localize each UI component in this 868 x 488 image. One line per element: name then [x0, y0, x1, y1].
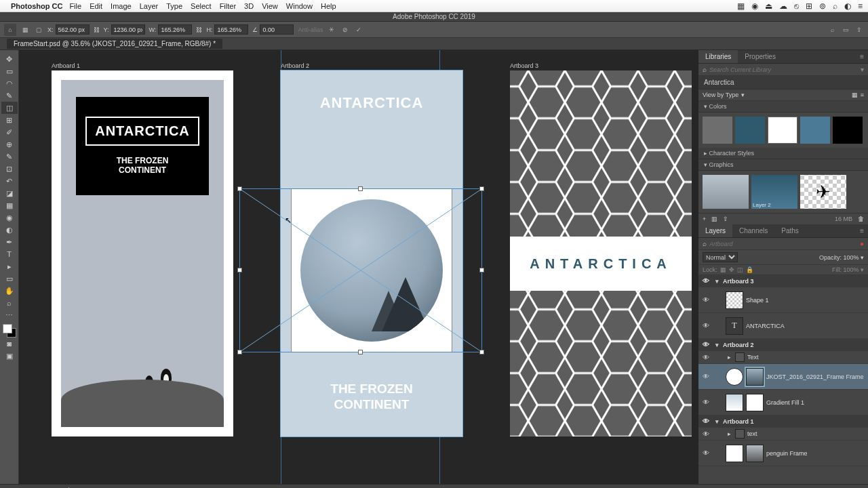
layer-name[interactable]: ANTARCTICA — [746, 323, 785, 329]
tab-paths[interactable]: Paths — [774, 224, 806, 237]
artboard-tool-icon[interactable]: ▭ — [1, 65, 18, 77]
upload-icon[interactable]: ⇪ — [723, 216, 728, 222]
layer-name[interactable]: penguin Frame — [766, 450, 808, 457]
visibility-icon[interactable]: 👁 — [701, 373, 711, 380]
artboard-label[interactable]: Artboard 2 — [281, 62, 309, 69]
screenmode-icon[interactable]: ▣ — [1, 350, 18, 362]
layer-name[interactable]: Artboard 3 — [723, 278, 754, 285]
graphic-thumb[interactable] — [703, 175, 749, 209]
folder-icon[interactable] — [735, 352, 745, 362]
visibility-icon[interactable]: 👁 — [701, 399, 711, 406]
status-icon[interactable]: ◉ — [751, 1, 758, 11]
canvas[interactable]: Artboard 1 ANTARCTICA THE FROZEN CONTINE… — [19, 50, 698, 484]
opacity-value[interactable]: 100% — [843, 254, 859, 261]
library-search-input[interactable] — [709, 66, 861, 73]
blur-tool-icon[interactable]: ◉ — [1, 211, 18, 224]
artboard-label[interactable]: Artboard 3 — [510, 62, 538, 69]
tab-layers[interactable]: Layers — [698, 224, 732, 237]
type-tool-icon[interactable]: T — [1, 248, 18, 260]
folder-icon[interactable] — [735, 429, 745, 439]
edit-toolbar-icon[interactable]: ⋯ — [1, 309, 18, 321]
tab-libraries[interactable]: Libraries — [698, 50, 738, 63]
tab-properties[interactable]: Properties — [738, 50, 783, 63]
mask-thumb[interactable] — [746, 394, 764, 411]
visibility-icon[interactable]: 👁 — [701, 430, 711, 438]
menu-3d[interactable]: 3D — [244, 2, 254, 10]
cancel-transform-icon[interactable]: ⊘ — [340, 25, 350, 35]
angle-input[interactable] — [260, 24, 294, 35]
layer-name[interactable]: JKOST_2016_02921_Frame Frame — [766, 373, 864, 380]
app-name[interactable]: Photoshop CC — [11, 2, 62, 10]
menu-filter[interactable]: Filter — [220, 2, 236, 10]
color-swatch[interactable] — [833, 117, 863, 144]
panel-menu-icon[interactable]: ≡ — [856, 224, 868, 237]
warp-icon[interactable]: ⚹ — [327, 25, 336, 35]
artboard-label[interactable]: Artboard 1 — [52, 62, 80, 69]
share-icon[interactable]: ⇪ — [854, 25, 864, 35]
home-button[interactable]: ⌂ — [4, 24, 16, 36]
siri-icon[interactable]: ◐ — [844, 1, 851, 11]
artboard-3[interactable]: ANTARCTICA — [510, 70, 692, 436]
w-input[interactable] — [158, 24, 192, 35]
shape-tool-icon[interactable]: ▭ — [1, 272, 18, 285]
zoom-tool-icon[interactable]: ⌕ — [1, 297, 18, 309]
dodge-tool-icon[interactable]: ◐ — [1, 224, 18, 236]
lasso-tool-icon[interactable]: ◠ — [1, 77, 18, 89]
section-graphics[interactable]: ▾ Graphics — [698, 159, 868, 171]
add-icon[interactable]: + — [703, 216, 706, 222]
layer-thumb[interactable] — [726, 394, 743, 411]
filter-toggle-icon[interactable]: ● — [860, 240, 864, 247]
collapse-icon[interactable]: ▾ — [713, 342, 720, 348]
view-by-label[interactable]: View by Type — [703, 92, 738, 98]
collapse-icon[interactable]: ▾ — [713, 278, 720, 285]
ab2-frame[interactable] — [292, 189, 452, 352]
visibility-icon[interactable]: 👁 — [701, 322, 711, 329]
collapse-icon[interactable]: ▸ — [726, 430, 732, 437]
visibility-icon[interactable]: 👁 — [701, 354, 711, 361]
quick-select-tool-icon[interactable]: ✎ — [1, 89, 18, 102]
menu-type[interactable]: Type — [166, 2, 182, 10]
workspace-icon[interactable]: ▭ — [841, 25, 850, 35]
visibility-icon[interactable]: 👁 — [701, 341, 711, 348]
library-name[interactable]: Antarctica — [698, 76, 868, 89]
panel-menu-icon[interactable]: ≡ — [856, 50, 868, 63]
stamp-tool-icon[interactable]: ⊡ — [1, 163, 18, 175]
tab-channels[interactable]: Channels — [732, 224, 774, 237]
list-view-icon[interactable]: ≡ — [861, 92, 864, 98]
chevron-down-icon[interactable]: ▾ — [741, 92, 745, 98]
x-input[interactable] — [56, 24, 90, 35]
color-swatch[interactable] — [800, 117, 830, 144]
text-layer-icon[interactable]: T — [726, 317, 743, 335]
collapse-icon[interactable]: ▾ — [713, 418, 720, 425]
layers-list[interactable]: 👁▾Artboard 3 👁Shape 1 👁TANTARCTICA 👁▾Art… — [698, 275, 868, 484]
filter-icon[interactable]: ⌕ — [703, 240, 707, 247]
graphic-thumb[interactable]: ✈ — [800, 175, 846, 209]
lock-pixels-icon[interactable]: ▦ — [720, 266, 726, 273]
layer-name[interactable]: Text — [747, 354, 759, 361]
artboard-1[interactable]: ANTARCTICA THE FROZEN CONTINENT — [52, 70, 233, 436]
dropdown-icon[interactable]: ▾ — [861, 66, 864, 73]
layer-thumb[interactable] — [726, 291, 743, 309]
grid-view-icon[interactable]: ▦ — [852, 92, 858, 98]
eraser-tool-icon[interactable]: ◪ — [1, 187, 18, 199]
healing-tool-icon[interactable]: ⊕ — [1, 138, 18, 150]
notifications-icon[interactable]: ≡ — [858, 1, 863, 11]
layer-filter-input[interactable] — [709, 241, 860, 247]
layer-name[interactable]: Gradient Fill 1 — [766, 399, 804, 406]
collapse-icon[interactable]: ▸ — [726, 354, 732, 361]
status-icon[interactable]: ⊞ — [806, 1, 812, 11]
mask-thumb[interactable] — [726, 445, 743, 462]
layer-name[interactable]: Artboard 2 — [723, 342, 754, 348]
menu-view[interactable]: View — [262, 2, 278, 10]
visibility-icon[interactable]: 👁 — [701, 418, 711, 425]
folder-icon[interactable]: ▥ — [711, 216, 717, 222]
color-swatch[interactable] — [703, 117, 732, 144]
menu-window[interactable]: Window — [286, 2, 313, 10]
lock-artboard-icon[interactable]: ◫ — [737, 266, 743, 273]
status-icon[interactable]: ☁ — [779, 1, 787, 11]
menu-select[interactable]: Select — [191, 2, 212, 10]
layer-name[interactable]: Shape 1 — [746, 297, 769, 304]
link-icon[interactable]: ⛓ — [94, 26, 100, 33]
h-input[interactable] — [214, 24, 248, 35]
visibility-icon[interactable]: 👁 — [701, 296, 711, 304]
